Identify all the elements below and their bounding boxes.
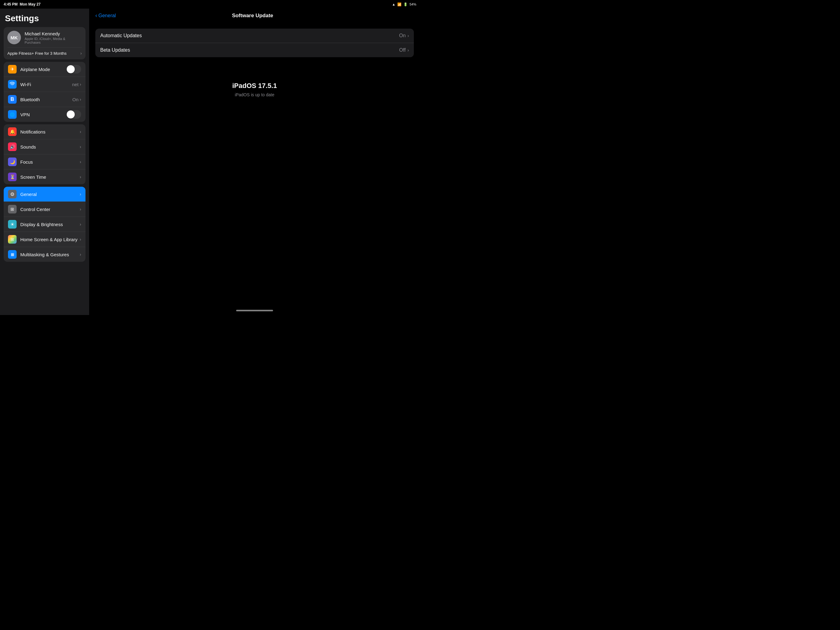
sidebar-item-notifications[interactable]: 🔔 Notifications ›: [4, 124, 85, 139]
location-icon: ▲: [392, 2, 395, 6]
airplane-mode-label: Airplane Mode: [20, 67, 66, 72]
update-group: Automatic Updates On › Beta Updates Off …: [95, 28, 414, 57]
network-group: ✈ Airplane Mode Wi-Fi net › B Bluetooth: [4, 62, 85, 122]
notifications-chevron-icon: ›: [80, 129, 81, 134]
home-screen-label: Home Screen & App Library: [20, 237, 80, 242]
sounds-icon: 🔊: [8, 142, 17, 151]
sidebar-item-screen-time[interactable]: ⏳ Screen Time ›: [4, 169, 85, 184]
beta-updates-chevron-icon: ›: [407, 47, 409, 52]
automatic-updates-chevron-icon: ›: [407, 33, 409, 38]
sidebar-item-bluetooth[interactable]: B Bluetooth On ›: [4, 92, 85, 107]
wifi-label: Wi-Fi: [20, 82, 72, 87]
os-info: iPadOS 17.5.1 iPadOS is up to date: [95, 63, 414, 116]
battery-status-icon: 🔋: [403, 2, 408, 6]
vpn-toggle[interactable]: [66, 110, 81, 119]
sidebar-item-vpn[interactable]: 🌐 VPN: [4, 107, 85, 122]
focus-icon: 🌙: [8, 157, 17, 166]
vpn-icon: 🌐: [8, 110, 17, 119]
focus-label: Focus: [20, 159, 80, 165]
vpn-toggle-knob: [67, 111, 75, 119]
beta-updates-row[interactable]: Beta Updates Off ›: [95, 43, 414, 57]
general-chevron-icon: ›: [80, 192, 81, 196]
display-brightness-chevron-icon: ›: [80, 222, 81, 227]
home-screen-chevron-icon: ›: [80, 237, 81, 242]
sidebar-item-focus[interactable]: 🌙 Focus ›: [4, 154, 85, 169]
bluetooth-label: Bluetooth: [20, 97, 72, 102]
screen-time-chevron-icon: ›: [80, 174, 81, 179]
back-button[interactable]: ‹ General: [95, 12, 116, 19]
os-status: iPadOS is up to date: [235, 92, 274, 97]
general-label: General: [20, 192, 80, 197]
multitasking-label: Multitasking & Gestures: [20, 252, 80, 257]
home-bar: [236, 310, 273, 311]
focus-chevron-icon: ›: [80, 159, 81, 164]
home-screen-icon: ⊞: [8, 235, 17, 244]
back-label: General: [98, 13, 116, 19]
detail-panel: ‹ General Software Update Automatic Upda…: [89, 9, 420, 315]
bluetooth-value: On: [72, 97, 78, 102]
multitasking-chevron-icon: ›: [80, 252, 81, 257]
automatic-updates-value: On: [399, 33, 406, 38]
sidebar-item-display-brightness[interactable]: ☀ Display & Brightness ›: [4, 217, 85, 232]
automatic-updates-row[interactable]: Automatic Updates On ›: [95, 28, 414, 43]
profile-card[interactable]: MK Michael Kennedy Apple ID, iCloud+, Me…: [4, 27, 85, 59]
wifi-status-icon: 📶: [397, 2, 401, 6]
detail-title: Software Update: [116, 13, 389, 19]
detail-header: ‹ General Software Update: [89, 9, 420, 22]
profile-text: Michael Kennedy Apple ID, iCloud+, Media…: [25, 31, 82, 44]
vpn-label: VPN: [20, 112, 66, 117]
control-center-label: Control Center: [20, 207, 80, 212]
back-chevron-icon: ‹: [95, 12, 97, 19]
screen-time-label: Screen Time: [20, 174, 80, 180]
detail-content: Automatic Updates On › Beta Updates Off …: [89, 22, 420, 306]
sidebar-item-airplane-mode[interactable]: ✈ Airplane Mode: [4, 62, 85, 77]
status-time: 4:45 PM Mon May 27: [4, 2, 41, 6]
sidebar-item-multitasking[interactable]: ▦ Multitasking & Gestures ›: [4, 247, 85, 262]
control-center-icon: ⊞: [8, 205, 17, 214]
beta-updates-label: Beta Updates: [100, 47, 399, 53]
avatar: MK: [7, 31, 21, 44]
notifications-icon: 🔔: [8, 127, 17, 136]
fitness-label: Apple Fitness+ Free for 3 Months: [7, 51, 67, 56]
wifi-chevron-icon: ›: [80, 82, 81, 87]
control-center-chevron-icon: ›: [80, 207, 81, 212]
general-group: ⚙ General › ⊞ Control Center › ☀ Display…: [4, 187, 85, 262]
bluetooth-icon: B: [8, 95, 17, 104]
display-brightness-icon: ☀: [8, 220, 17, 229]
battery-percent: 54%: [409, 2, 416, 6]
notifications-group: 🔔 Notifications › 🔊 Sounds › 🌙 Focus › ⏳…: [4, 124, 85, 184]
sidebar: Settings MK Michael Kennedy Apple ID, iC…: [0, 9, 89, 315]
general-icon: ⚙: [8, 190, 17, 198]
automatic-updates-label: Automatic Updates: [100, 33, 399, 38]
fitness-row[interactable]: Apple Fitness+ Free for 3 Months ›: [7, 47, 82, 56]
beta-updates-value: Off: [399, 47, 406, 53]
screen-time-icon: ⏳: [8, 173, 17, 181]
notifications-label: Notifications: [20, 129, 80, 135]
airplane-mode-icon: ✈: [8, 65, 17, 73]
multitasking-icon: ▦: [8, 250, 17, 259]
os-version: iPadOS 17.5.1: [232, 82, 277, 90]
profile-subtitle: Apple ID, iCloud+, Media & Purchases: [25, 37, 82, 44]
sidebar-title: Settings: [0, 9, 89, 27]
status-bar: 4:45 PM Mon May 27 ▲ 📶 🔋 54%: [0, 0, 420, 9]
display-brightness-label: Display & Brightness: [20, 222, 80, 227]
sidebar-item-control-center[interactable]: ⊞ Control Center ›: [4, 202, 85, 217]
profile-name: Michael Kennedy: [25, 31, 82, 36]
airplane-mode-toggle[interactable]: [66, 65, 81, 73]
airplane-mode-toggle-knob: [67, 65, 75, 73]
sidebar-item-general[interactable]: ⚙ General ›: [4, 187, 85, 202]
home-indicator: [89, 306, 420, 315]
status-right: ▲ 📶 🔋 54%: [392, 2, 416, 6]
sidebar-item-sounds[interactable]: 🔊 Sounds ›: [4, 139, 85, 154]
sounds-chevron-icon: ›: [80, 144, 81, 149]
wifi-icon: [8, 80, 17, 89]
sidebar-item-wifi[interactable]: Wi-Fi net ›: [4, 77, 85, 92]
sidebar-item-home-screen[interactable]: ⊞ Home Screen & App Library ›: [4, 232, 85, 247]
bluetooth-chevron-icon: ›: [80, 97, 81, 102]
fitness-chevron-icon: ›: [80, 51, 82, 56]
main-layout: Settings MK Michael Kennedy Apple ID, iC…: [0, 9, 420, 315]
wifi-value: net: [72, 82, 78, 87]
profile-info: MK Michael Kennedy Apple ID, iCloud+, Me…: [7, 31, 82, 44]
sounds-label: Sounds: [20, 144, 80, 149]
